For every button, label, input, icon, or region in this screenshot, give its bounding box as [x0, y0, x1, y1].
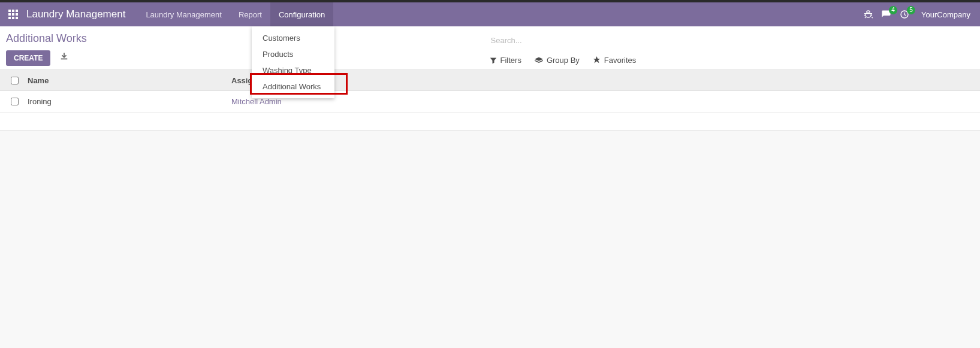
dropdown-additional-works[interactable]: Additional Works [252, 78, 334, 95]
activities-badge: 5 [907, 6, 915, 14]
table-row[interactable]: Ironing Mitchell Admin [0, 91, 980, 113]
data-table: Name Assigned Person Ironing Mitchell Ad… [0, 69, 980, 131]
activities-icon[interactable]: 5 [900, 10, 909, 19]
svg-rect-7 [12, 17, 14, 19]
svg-rect-2 [16, 10, 18, 12]
dropdown-washing-type[interactable]: Washing Type [252, 62, 334, 78]
filter-icon [490, 57, 497, 64]
nav-configuration[interactable]: Configuration [270, 2, 333, 26]
column-name[interactable]: Name [28, 76, 231, 85]
svg-rect-0 [8, 10, 11, 12]
messages-badge: 4 [889, 6, 897, 14]
svg-rect-6 [8, 17, 11, 19]
select-all-checkbox[interactable] [11, 77, 19, 84]
company-selector[interactable]: YourCompany [918, 10, 974, 19]
content-header: Additional Works CREATE Filters Group By [0, 26, 980, 69]
nav-laundry-management[interactable]: Laundry Management [137, 2, 230, 26]
svg-rect-1 [12, 10, 14, 12]
page-title: Additional Works [6, 32, 489, 45]
search-input[interactable] [489, 32, 971, 49]
column-assigned[interactable]: Assigned Person [231, 76, 969, 85]
nav-report[interactable]: Report [230, 2, 270, 26]
favorites-button[interactable]: Favorites [593, 56, 636, 65]
app-title[interactable]: Laundry Management [26, 8, 125, 20]
configuration-dropdown: Customers Products Washing Type Addition… [252, 26, 334, 98]
search-toolbar: Filters Group By Favorites [489, 56, 971, 65]
svg-rect-8 [16, 17, 18, 19]
main-navbar: Laundry Management Laundry Management Re… [0, 2, 980, 26]
nav-menu: Laundry Management Report Configuration [137, 2, 333, 26]
favorites-label: Favorites [604, 56, 636, 65]
create-button[interactable]: CREATE [6, 50, 50, 66]
row-checkbox[interactable] [11, 98, 19, 105]
cell-assigned[interactable]: Mitchell Admin [231, 97, 969, 106]
bug-icon[interactable] [864, 10, 873, 19]
table-blank-row [0, 113, 980, 131]
table-header: Name Assigned Person [0, 69, 980, 91]
filters-button[interactable]: Filters [490, 56, 521, 65]
layers-icon [535, 57, 543, 64]
dropdown-products[interactable]: Products [252, 46, 334, 62]
svg-rect-5 [16, 13, 18, 16]
star-icon [593, 56, 601, 64]
cell-name: Ironing [28, 97, 231, 106]
download-icon[interactable] [58, 50, 71, 63]
messages-icon[interactable]: 4 [881, 10, 891, 20]
svg-rect-4 [12, 13, 14, 16]
filters-label: Filters [500, 56, 521, 65]
dropdown-customers[interactable]: Customers [252, 30, 334, 46]
groupby-button[interactable]: Group By [535, 56, 580, 65]
apps-icon[interactable] [6, 7, 20, 22]
groupby-label: Group By [547, 56, 580, 65]
svg-rect-3 [8, 13, 11, 16]
